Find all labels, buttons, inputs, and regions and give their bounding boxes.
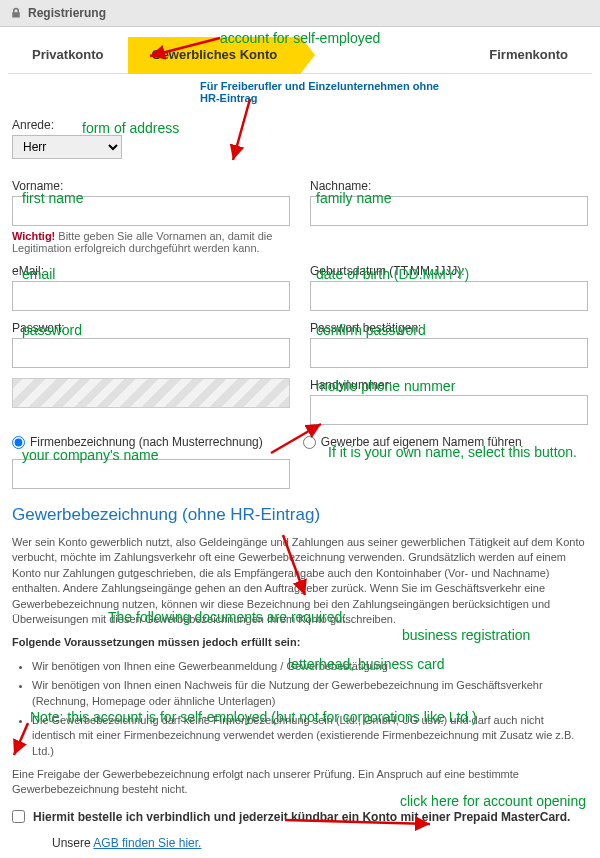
salutation-select[interactable]: Herr <box>12 135 122 159</box>
tab-business[interactable]: Gewerbliches Konto <box>128 37 302 73</box>
requirement-item: Wir benötigen von Ihnen einen Nachweis f… <box>32 678 588 709</box>
lastname-input[interactable] <box>310 196 588 226</box>
section-heading: Gewerbebezeichnung (ohne HR-Eintrag) <box>12 505 588 525</box>
password-input[interactable] <box>12 338 290 368</box>
password-confirm-label: Passwort bestätigen: <box>310 321 588 335</box>
tab-private[interactable]: Privatkonto <box>8 37 128 73</box>
email-label: eMail: <box>12 264 290 278</box>
firstname-hint: Wichtig! Bitte geben Sie alle Vornamen a… <box>12 230 290 254</box>
radio-own-name[interactable]: Gewerbe auf eigenem Namem führen <box>303 435 522 449</box>
requirements-heading: Folgende Voraussetzungen müssen jedoch e… <box>12 635 588 650</box>
mobile-label: Handynummer: <box>310 378 588 392</box>
agb-link[interactable]: AGB finden Sie hier. <box>93 836 201 850</box>
agb-line: Unsere AGB finden Sie hier. <box>52 836 588 850</box>
salutation-label: Anrede: <box>12 118 122 132</box>
registration-form: Anrede: Herr Vorname: Wichtig! Bitte geb… <box>0 118 600 858</box>
requirement-item: Die Gewerbebezeichnung darf keine Firmen… <box>32 713 588 759</box>
business-name-radios: Firmenbezeichnung (nach Musterrechnung) … <box>12 435 588 449</box>
order-checkbox-row: Hiermit bestelle ich verbindlich und jed… <box>12 810 588 824</box>
email-input[interactable] <box>12 281 290 311</box>
password-confirm-input[interactable] <box>310 338 588 368</box>
radio-company-name[interactable]: Firmenbezeichnung (nach Musterrechnung) <box>12 435 263 449</box>
requirement-item: Wir benötigen von Ihnen eine Gewerbeanme… <box>32 659 588 674</box>
company-name-input[interactable] <box>12 459 290 489</box>
tabs: Privatkonto Gewerbliches Konto Firmenkon… <box>8 37 592 74</box>
order-checkbox-label: Hiermit bestelle ich verbindlich und jed… <box>33 810 588 824</box>
dob-label: Geburtsdatum (TT.MM.JJJJ): <box>310 264 588 278</box>
firstname-input[interactable] <box>12 196 290 226</box>
dob-input[interactable] <box>310 281 588 311</box>
lock-icon <box>10 7 22 19</box>
radio-company-name-input[interactable] <box>12 436 25 449</box>
lastname-label: Nachname: <box>310 179 588 193</box>
tab-company[interactable]: Firmenkonto <box>465 37 592 73</box>
section-description: Wer sein Konto gewerblich nutzt, also Ge… <box>12 535 588 798</box>
page-title: Registrierung <box>28 6 106 20</box>
firstname-label: Vorname: <box>12 179 290 193</box>
order-checkbox[interactable] <box>12 810 25 823</box>
password-label: Passwort: <box>12 321 290 335</box>
tab-sub-description: Für Freiberufler und Einzelunternehmen o… <box>200 80 440 104</box>
tab-arrow-icon <box>301 37 315 73</box>
requirements-list: Wir benötigen von Ihnen eine Gewerbeanme… <box>32 659 588 759</box>
radio-own-name-input[interactable] <box>303 436 316 449</box>
captcha-stripe <box>12 378 290 408</box>
topbar: Registrierung <box>0 0 600 27</box>
mobile-input[interactable] <box>310 395 588 425</box>
